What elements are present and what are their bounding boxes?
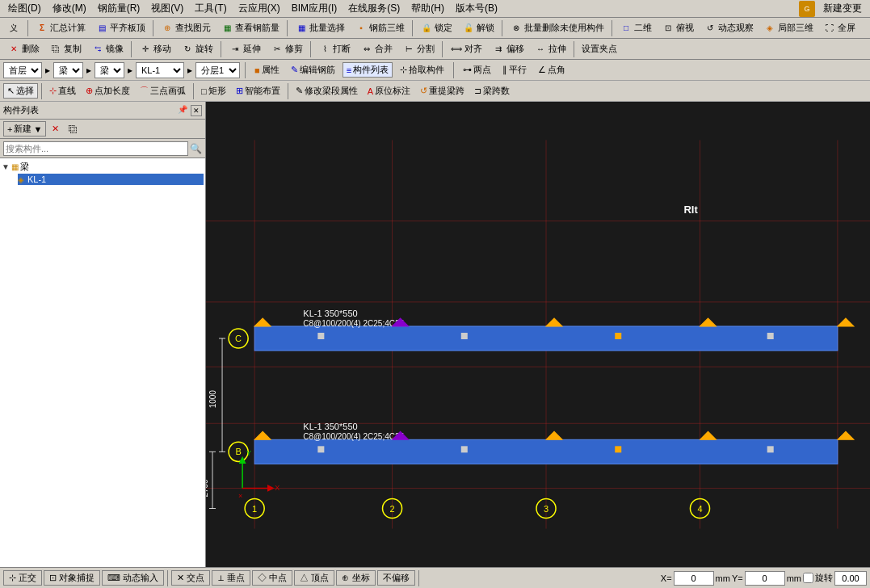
tree-root-label: 梁	[20, 161, 29, 173]
sep18	[418, 570, 419, 586]
search-icon[interactable]: 🔍	[190, 143, 202, 154]
toolbar-unlock[interactable]: 🔓 解锁	[458, 20, 498, 36]
svg-rect-28	[615, 333, 621, 339]
toolbar-rebar-3d[interactable]: ▪ 钢筋三维	[351, 20, 409, 36]
draw-span-count[interactable]: ⊐ 梁跨数	[470, 83, 514, 99]
ortho-btn[interactable]: ⊹ 正交	[3, 570, 42, 586]
toolbar-dynamic-view[interactable]: ↺ 动态观察	[700, 20, 758, 36]
menu-view[interactable]: 视图(V)	[146, 0, 188, 17]
toolbar-batch-select[interactable]: ▦ 批量选择	[291, 20, 349, 36]
type-select[interactable]: 梁	[95, 62, 124, 78]
menu-online[interactable]: 在线服务(S)	[343, 0, 405, 17]
prop-component-list-btn[interactable]: ≡ 构件列表	[343, 62, 393, 78]
draw-line[interactable]: ⊹ 直线	[45, 83, 80, 99]
toolbar-fullscreen[interactable]: ⛶ 全屏	[819, 20, 859, 36]
menu-tools[interactable]: 工具(T)	[190, 0, 231, 17]
draw-smart-place[interactable]: ⊞ 智能布置	[232, 83, 284, 99]
category-select[interactable]: 梁	[53, 62, 83, 78]
prop-pick-btn[interactable]: ⊹ 拾取构件	[396, 62, 448, 78]
toolbar-offset[interactable]: ⇉ 偏移	[488, 41, 528, 57]
prop-angle-btn[interactable]: ∠ 点角	[534, 62, 569, 78]
toolbar-stretch[interactable]: ↔ 拉伸	[530, 41, 570, 57]
draw-modify-span-attr[interactable]: ✎ 修改梁段属性	[292, 83, 362, 99]
toolbar-lock[interactable]: 🔒 锁定	[416, 20, 456, 36]
draw-select[interactable]: ↖ 选择	[3, 83, 38, 99]
panel-new-btn[interactable]: + 新建 ▼	[3, 121, 46, 136]
intersection-btn[interactable]: ✕ 交点	[171, 570, 210, 586]
toolbar-set-grip[interactable]: 设置夹点	[578, 41, 621, 57]
tree-item-kl1[interactable]: ◈ KL-1	[18, 174, 204, 185]
y-label: Y=	[732, 573, 743, 583]
toolbar-delete[interactable]: ✕ 删除	[3, 41, 44, 57]
toolbar-yì[interactable]: 义	[3, 20, 24, 36]
toolbar-mirror[interactable]: ⥃ 镜像	[87, 41, 128, 57]
panel-close-btn[interactable]: ✕	[191, 105, 202, 116]
toolbar-merge[interactable]: ⇔ 合并	[356, 41, 397, 57]
perp-btn[interactable]: ⊥ 垂点	[212, 570, 250, 586]
rotate-input[interactable]	[834, 571, 867, 586]
toolbar-extend[interactable]: ⇥ 延伸	[225, 41, 265, 57]
draw-re-extract[interactable]: ↺ 重提梁跨	[416, 83, 469, 99]
menu-modify[interactable]: 修改(M)	[48, 0, 91, 17]
toolbar-align[interactable]: ⟺ 对齐	[446, 41, 486, 57]
menu-rebar[interactable]: 钢筋量(R)	[93, 0, 145, 17]
prop-parallel-btn[interactable]: ∥ 平行	[498, 62, 531, 78]
toolbar-batch-delete[interactable]: ⊗ 批量删除未使用构件	[506, 20, 608, 36]
menu-draw[interactable]: 绘图(D)	[3, 0, 46, 17]
snap-btn[interactable]: ⊡ 对象捕捉	[44, 570, 100, 586]
floor-select[interactable]: 首层	[3, 62, 42, 78]
x-input[interactable]	[674, 571, 714, 586]
rotate-checkbox[interactable]	[803, 573, 813, 583]
prop-edit-rebar-btn[interactable]: ✎ 编辑钢筋	[287, 62, 339, 78]
endpoint-btn[interactable]: △ 顶点	[294, 570, 334, 586]
canvas-area[interactable]: KL-1 350*550 C8@100/200(4) 2C25;4C25 KL-…	[206, 102, 870, 567]
no-offset-btn[interactable]: 不偏移	[377, 570, 415, 586]
y-input[interactable]	[745, 571, 785, 586]
toolbar-trim[interactable]: ✂ 修剪	[267, 41, 307, 57]
app-icon: G	[799, 1, 815, 17]
dropdown-icon[interactable]: ▼	[33, 124, 42, 134]
midpoint-btn[interactable]: ◇ 中点	[252, 570, 292, 586]
draw-annotate[interactable]: A 原位标注	[364, 83, 414, 99]
layer-select[interactable]: 分层1	[195, 62, 240, 78]
svg-text:KL-1 350*550: KL-1 350*550	[303, 309, 357, 318]
dynin-btn[interactable]: ⌨ 动态输入	[102, 570, 164, 586]
toolbar-local-3d[interactable]: ◈ 局部三维	[759, 20, 817, 36]
toolbar-top-view[interactable]: ⊡ 俯视	[658, 20, 698, 36]
draw-point-length[interactable]: ⊕ 点加长度	[82, 83, 134, 99]
toolbar-find[interactable]: ⊕ 查找图元	[157, 20, 215, 36]
search-input[interactable]	[3, 141, 188, 156]
attr-icon: ■	[254, 65, 260, 75]
panel-copy-btn[interactable]: ⿻	[65, 123, 82, 136]
menu-version[interactable]: 版本号(B)	[451, 0, 502, 17]
menu-help[interactable]: 帮助(H)	[406, 0, 449, 17]
view-rebar-icon: ▦	[221, 22, 233, 35]
toolbar-move[interactable]: ✛ 移动	[135, 41, 175, 57]
svg-text:1: 1	[252, 504, 257, 514]
merge-icon: ⇔	[360, 43, 373, 56]
prop-two-point-btn[interactable]: ⊶ 两点	[459, 62, 495, 78]
draw-rect[interactable]: □ 矩形	[197, 83, 230, 99]
toolbar-view-rebar[interactable]: ▦ 查看钢筋量	[216, 20, 284, 36]
toolbar-split[interactable]: ⊢ 分割	[398, 41, 439, 57]
toolbar-break[interactable]: ⌇ 打断	[314, 41, 355, 57]
prop-attr-btn[interactable]: ■ 属性	[250, 62, 284, 78]
coord-btn[interactable]: ⊕ 坐标	[336, 570, 375, 586]
toolbar-summary[interactable]: Σ 汇总计算	[32, 20, 90, 36]
batch-delete-icon: ⊗	[510, 22, 523, 35]
draw-toolbar: ↖ 选择 ⊹ 直线 ⊕ 点加长度 ⌒ 三点画弧 □ 矩形 ⊞ 智能布置 ✎ 修改…	[0, 81, 870, 102]
draw-three-point-arc[interactable]: ⌒ 三点画弧	[136, 83, 190, 99]
menu-new-change[interactable]: 新建变更	[818, 0, 867, 17]
panel-toolbar: + 新建 ▼ ✕ ⿻	[0, 120, 205, 139]
menu-cloud[interactable]: 云应用(X)	[233, 0, 285, 17]
name-select[interactable]: KL-1	[136, 62, 184, 78]
menu-bim[interactable]: BIM应用(I)	[287, 0, 343, 17]
toolbar-copy[interactable]: ⿻ 复制	[45, 41, 86, 57]
panel-delete-btn[interactable]: ✕	[48, 122, 63, 136]
panel-pin-btn[interactable]: 📌	[176, 105, 189, 116]
toolbar-level-slab[interactable]: ▤ 平齐板顶	[91, 20, 149, 36]
toolbar-2d[interactable]: □ 二维	[616, 20, 656, 36]
toolbar-rotate[interactable]: ↻ 旋转	[177, 41, 217, 57]
tree-root-beam[interactable]: ▼ ▦ 梁	[2, 160, 204, 174]
lock-icon: 🔒	[420, 22, 433, 35]
